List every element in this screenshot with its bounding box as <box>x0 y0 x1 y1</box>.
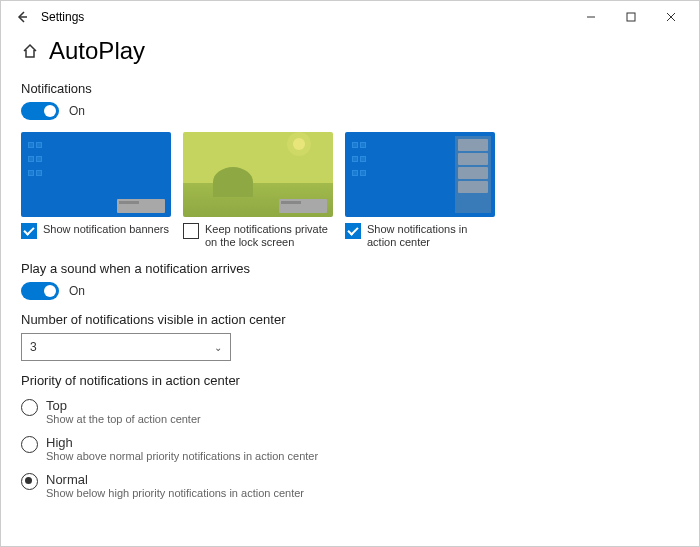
minimize-button[interactable] <box>571 3 611 31</box>
count-value: 3 <box>30 340 37 354</box>
sound-heading: Play a sound when a notification arrives <box>21 261 679 276</box>
notifications-heading: Notifications <box>21 81 679 96</box>
checkbox-banner-label: Show notification banners <box>43 223 169 236</box>
checkbox-lock-label: Keep notifications private on the lock s… <box>205 223 333 249</box>
page-title: AutoPlay <box>49 37 145 65</box>
count-select[interactable]: 3 ⌄ <box>21 333 231 361</box>
home-icon[interactable] <box>21 42 39 60</box>
sound-toggle[interactable] <box>21 282 59 300</box>
notifications-toggle-label: On <box>69 104 85 118</box>
checkbox-actioncenter[interactable] <box>345 223 361 239</box>
checkbox-lock[interactable] <box>183 223 199 239</box>
preview-actioncenter <box>345 132 495 217</box>
radio-high-desc: Show above normal priority notifications… <box>46 450 318 462</box>
radio-high-label: High <box>46 435 318 450</box>
radio-top[interactable] <box>21 399 38 416</box>
title-bar: Settings <box>1 1 699 33</box>
window-title: Settings <box>41 10 571 24</box>
back-button[interactable] <box>9 5 33 29</box>
radio-normal[interactable] <box>21 473 38 490</box>
radio-normal-label: Normal <box>46 472 304 487</box>
priority-heading: Priority of notifications in action cent… <box>21 373 679 388</box>
count-heading: Number of notifications visible in actio… <box>21 312 679 327</box>
preview-lockscreen <box>183 132 333 217</box>
notifications-toggle[interactable] <box>21 102 59 120</box>
radio-top-desc: Show at the top of action center <box>46 413 201 425</box>
radio-high[interactable] <box>21 436 38 453</box>
page-header: AutoPlay <box>1 33 699 73</box>
preview-banner <box>21 132 171 217</box>
sound-toggle-label: On <box>69 284 85 298</box>
svg-rect-1 <box>627 13 635 21</box>
close-button[interactable] <box>651 3 691 31</box>
checkbox-banner[interactable] <box>21 223 37 239</box>
radio-normal-desc: Show below high priority notifications i… <box>46 487 304 499</box>
checkbox-actioncenter-label: Show notifications in action center <box>367 223 495 249</box>
radio-top-label: Top <box>46 398 201 413</box>
maximize-button[interactable] <box>611 3 651 31</box>
chevron-down-icon: ⌄ <box>214 342 222 353</box>
